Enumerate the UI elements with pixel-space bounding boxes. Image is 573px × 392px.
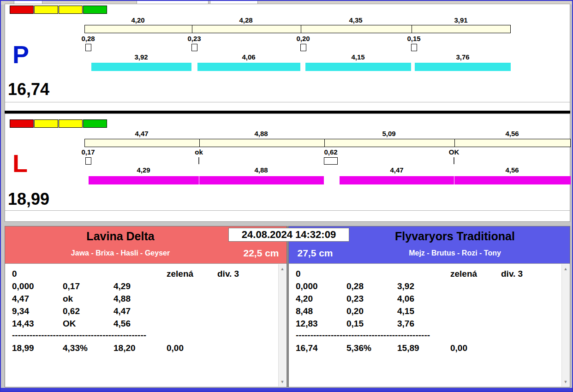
result-cell <box>501 305 560 317</box>
split-time-label: 4,88 <box>243 130 280 137</box>
change-marker-box[interactable] <box>411 44 417 51</box>
result-row: 12,83 0,15 3,76 <box>296 317 560 330</box>
dog-time-label: 4,29 <box>125 166 162 174</box>
change-marker-tick <box>198 157 199 164</box>
result-row: 8,48 0,20 4,15 <box>296 305 560 317</box>
change-marker-box[interactable] <box>300 44 306 51</box>
team-dogs: Jawa - Brixa - Hasli - Geyser <box>5 249 236 257</box>
team-name: Flyvaryors Traditional <box>340 230 570 243</box>
change-marker-box[interactable] <box>191 44 197 51</box>
change-time-label: 0,23 <box>180 35 208 42</box>
result-cell <box>501 317 560 330</box>
split-time-label: 3,91 <box>442 16 479 24</box>
dog-time-bar <box>305 63 411 71</box>
result-cell <box>397 267 450 280</box>
result-cell <box>113 267 167 280</box>
team-panel-right: Flyvaryors Traditional Mejz - Brutus - R… <box>288 226 570 387</box>
result-cell <box>217 317 276 330</box>
result-cell: zelená <box>167 267 217 280</box>
result-cell: 3,92 <box>397 280 450 292</box>
change-time-label: 0,17 <box>74 148 102 156</box>
scroll-up-arrow-icon[interactable]: ▲ <box>562 265 569 273</box>
change-marker-box[interactable] <box>85 44 91 51</box>
team-dogs: Mejz - Brutus - Rozi - Tony <box>340 249 570 257</box>
result-cell: 0,000 <box>296 280 346 292</box>
dog-time-label: 3,92 <box>123 53 160 61</box>
dog-time-bar <box>91 63 191 71</box>
split-bar <box>84 139 571 147</box>
split-time-label: 4,56 <box>494 130 531 137</box>
team-name: Lavina Delta <box>5 230 236 243</box>
app-window: 4,20 4,28 4,35 3,91 0,28 0,23 0,20 0,15 … <box>0 0 573 392</box>
start-light-red-icon <box>10 119 34 128</box>
start-light-red-icon <box>10 6 34 14</box>
lane-total-time: 16,74 <box>8 80 49 99</box>
result-cell: 0,000 <box>12 280 63 292</box>
results-table-left: 0 zelená div. 3 0,000 0,17 4,29 4,47 ok <box>5 263 286 387</box>
dog-time-bar <box>89 176 199 184</box>
change-time-label: 0,20 <box>289 35 317 42</box>
scrollbar[interactable]: ▲ ▼ <box>561 264 569 386</box>
result-cell <box>450 305 501 317</box>
result-cell <box>501 292 560 305</box>
result-cell: 5,36% <box>346 342 397 354</box>
change-marker-tick <box>454 157 454 164</box>
result-cell <box>167 280 217 292</box>
jump-height: 27,5 cm <box>290 248 340 259</box>
scroll-up-arrow-icon[interactable]: ▲ <box>279 265 286 273</box>
result-row: 0,000 0,17 4,29 <box>12 280 276 292</box>
dog-time-label: 4,56 <box>494 166 531 174</box>
dog-time-bar <box>415 63 511 71</box>
lane-total-time: 18,99 <box>8 190 49 209</box>
results-divider: ----------------------------------------… <box>12 330 276 342</box>
result-cell: 4,29 <box>113 280 167 292</box>
change-time-label: 0,28 <box>74 35 102 42</box>
result-cell <box>167 317 217 330</box>
split-bar <box>84 25 511 33</box>
result-cell <box>217 292 276 305</box>
change-time-label: 0,62 <box>317 148 345 156</box>
change-marker-box[interactable] <box>324 157 338 165</box>
result-cell <box>167 292 217 305</box>
split-bar-divider <box>199 139 200 147</box>
scroll-down-arrow-icon[interactable]: ▼ <box>279 378 286 386</box>
split-bar-divider <box>301 25 301 33</box>
result-cell: 4,56 <box>113 317 167 330</box>
result-cell <box>167 305 217 317</box>
result-cell: ok <box>63 292 113 305</box>
result-cell <box>501 342 560 354</box>
lane-letter: P <box>12 42 29 67</box>
result-cell: 16,74 <box>296 342 346 354</box>
result-cell: 0,20 <box>346 305 397 317</box>
split-time-label: 5,09 <box>370 130 407 137</box>
result-cell <box>217 305 276 317</box>
scroll-down-arrow-icon[interactable]: ▼ <box>562 378 569 386</box>
result-cell: 4,15 <box>397 305 450 317</box>
result-row: 0 zelená div. 3 <box>296 267 560 280</box>
result-cell: 4,88 <box>113 292 167 305</box>
split-time-label: 4,20 <box>119 16 156 24</box>
result-cell: 0 <box>12 267 63 280</box>
result-row: 0,000 0,28 3,92 <box>296 280 560 292</box>
start-light-green-icon <box>83 119 107 128</box>
result-cell: zelená <box>450 267 501 280</box>
split-bar-divider <box>454 139 455 147</box>
change-time-label: OK <box>440 148 468 156</box>
result-cell: 4,06 <box>397 292 450 305</box>
result-row: 9,34 0,62 4,47 <box>12 305 276 317</box>
scrollbar[interactable]: ▲ ▼ <box>278 264 286 386</box>
teams-section: Lavina Delta Jawa - Brixa - Hasli - Geys… <box>5 226 570 387</box>
jump-height: 22,5 cm <box>236 248 286 259</box>
result-cell: 12,83 <box>296 317 346 330</box>
lane-footer-line <box>5 102 570 102</box>
lane-p-panel: 4,20 4,28 4,35 3,91 0,28 0,23 0,20 0,15 … <box>5 4 570 111</box>
split-time-label: 4,28 <box>227 16 264 24</box>
change-time-label: ok <box>185 148 213 156</box>
result-totals-row: 18,99 4,33% 18,20 0,00 <box>12 342 276 354</box>
start-light-yellow2-icon <box>59 6 83 14</box>
change-marker-box[interactable] <box>85 157 91 165</box>
result-cell <box>450 280 501 292</box>
result-cell: 9,34 <box>12 305 63 317</box>
result-cell: 0,62 <box>63 305 113 317</box>
change-time-label: 0,15 <box>400 35 428 42</box>
